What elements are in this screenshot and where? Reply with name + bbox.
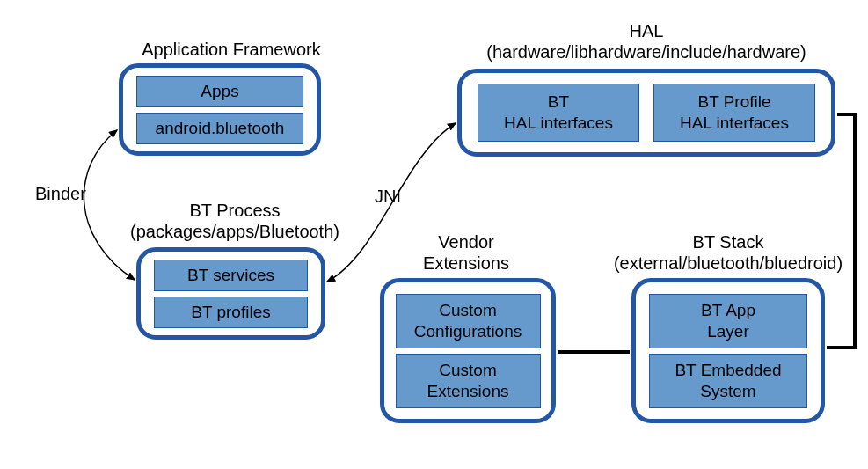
hal-title-line2: (hardware/libhardware/include/hardware) <box>486 42 806 62</box>
bt-stack-module: BT AppLayer BT EmbeddedSystem <box>631 278 825 423</box>
custom-config-cell: CustomConfigurations <box>396 294 541 348</box>
bt-stack-title-line2: (external/bluetooth/bluedroid) <box>614 253 842 273</box>
bt-profile-hal-l2: HAL interfaces <box>680 114 789 132</box>
bt-process-title-line1: BT Process <box>190 201 281 220</box>
vendor-module: CustomConfigurations CustomExtensions <box>380 278 556 423</box>
binder-label: Binder <box>35 184 86 204</box>
custom-ext-l1: Custom <box>439 361 496 379</box>
android-bluetooth-cell: android.bluetooth <box>136 113 303 144</box>
bt-profile-hal-interfaces-cell: BT ProfileHAL interfaces <box>653 84 815 142</box>
bt-process-title: BT Process (packages/apps/Bluetooth) <box>112 200 358 242</box>
bt-hal-interfaces-cell: BTHAL interfaces <box>478 84 639 142</box>
bt-process-module: BT services BT profiles <box>136 247 325 340</box>
bt-hal-l1: BT <box>548 92 569 111</box>
vendor-title-line2: Extensions <box>423 253 509 273</box>
custom-config-l1: Custom <box>439 301 496 319</box>
app-framework-module: Apps android.bluetooth <box>119 63 321 156</box>
bt-stack-title: BT Stack (external/bluetooth/bluedroid) <box>605 231 851 274</box>
vendor-title: Vendor Extensions <box>387 231 545 274</box>
bt-embedded-l1: BT Embedded <box>675 361 781 379</box>
bt-app-layer-l2: Layer <box>707 322 749 341</box>
bt-hal-l2: HAL interfaces <box>504 114 613 132</box>
hal-title-line1: HAL <box>630 21 664 40</box>
bt-app-layer-cell: BT AppLayer <box>649 294 807 348</box>
architecture-diagram: Application Framework Apps android.bluet… <box>0 0 868 469</box>
hal-module: BTHAL interfaces BT ProfileHAL interface… <box>457 69 835 157</box>
hal-title: HAL (hardware/libhardware/include/hardwa… <box>457 20 835 62</box>
custom-config-l2: Configurations <box>414 322 522 341</box>
bt-embedded-l2: System <box>700 382 755 400</box>
bt-app-layer-l1: BT App <box>701 301 755 319</box>
bt-profiles-cell: BT profiles <box>154 297 308 328</box>
custom-ext-l2: Extensions <box>427 382 509 400</box>
app-framework-title: Application Framework <box>117 39 346 60</box>
vendor-title-line1: Vendor <box>438 232 493 252</box>
bt-embedded-cell: BT EmbeddedSystem <box>649 354 807 408</box>
bt-stack-title-line1: BT Stack <box>693 232 764 252</box>
jni-label: JNI <box>375 187 401 207</box>
custom-ext-cell: CustomExtensions <box>396 354 541 408</box>
apps-cell: Apps <box>136 76 303 107</box>
bt-services-cell: BT services <box>154 260 308 291</box>
bt-process-title-line2: (packages/apps/Bluetooth) <box>130 222 339 241</box>
bt-profile-hal-l1: BT Profile <box>697 92 770 111</box>
